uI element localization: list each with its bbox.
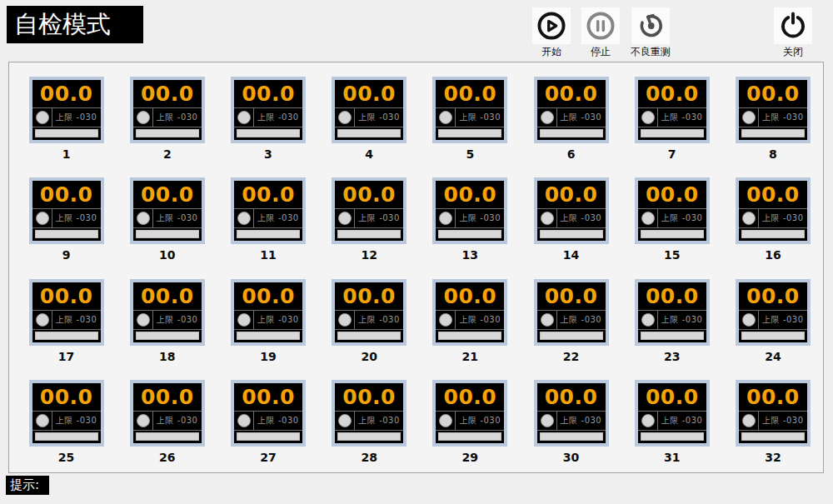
meter-progress-bar bbox=[136, 332, 199, 340]
meter-limit-label: 上限 -030 bbox=[557, 112, 606, 123]
status-led-icon bbox=[641, 414, 655, 427]
meter-limit-label: 上限 -030 bbox=[52, 212, 101, 224]
meter-progress-bar bbox=[741, 230, 805, 238]
stop-button[interactable]: 停止 bbox=[581, 7, 620, 57]
meter-progress-bar bbox=[136, 230, 199, 238]
meter-value: 00.0 bbox=[739, 282, 807, 311]
meter-number: 26 bbox=[159, 451, 175, 464]
meter-limit-label: 上限 -030 bbox=[456, 212, 504, 224]
status-led-icon bbox=[137, 313, 150, 327]
meter-widget: 00.0 上限 -030 bbox=[736, 380, 811, 447]
meter-limit-label: 上限 -030 bbox=[456, 415, 504, 427]
meter-limit-label: 上限 -030 bbox=[153, 314, 202, 326]
meter-cell: 00.0 上限 -030 3 bbox=[217, 77, 318, 177]
rotate-ccw-icon[interactable] bbox=[631, 7, 670, 44]
pause-circle-icon[interactable] bbox=[581, 7, 620, 44]
meter-value: 00.0 bbox=[32, 383, 101, 412]
meter-limit-label: 上限 -030 bbox=[254, 212, 302, 224]
start-button[interactable]: 开始 bbox=[532, 7, 571, 57]
meter-value: 00.0 bbox=[335, 282, 403, 311]
meter-progress-bar bbox=[540, 332, 603, 340]
meter-cell: 00.0 上限 -030 13 bbox=[420, 177, 521, 278]
meter-cell: 00.0 上限 -030 11 bbox=[217, 177, 318, 278]
meter-number: 25 bbox=[58, 451, 74, 464]
meter-widget: 00.0 上限 -030 bbox=[29, 77, 104, 143]
retest-defective-button-label: 不良重测 bbox=[631, 47, 671, 57]
meter-widget: 00.0 上限 -030 bbox=[130, 177, 205, 244]
meter-progress-bar bbox=[540, 129, 603, 137]
meter-value: 00.0 bbox=[537, 181, 606, 209]
meter-number: 3 bbox=[264, 147, 272, 161]
meter-progress-bar bbox=[35, 432, 98, 441]
meter-number: 23 bbox=[664, 350, 680, 363]
meter-cell: 00.0 上限 -030 7 bbox=[621, 77, 722, 177]
meter-value: 00.0 bbox=[537, 80, 606, 108]
meter-number: 8 bbox=[769, 147, 777, 161]
meter-progress-bar bbox=[237, 332, 300, 340]
meter-cell: 00.0 上限 -030 23 bbox=[621, 279, 722, 380]
meter-widget: 00.0 上限 -030 bbox=[231, 380, 306, 447]
meter-progress-bar bbox=[438, 230, 501, 238]
meter-number: 15 bbox=[664, 248, 680, 262]
meter-value: 00.0 bbox=[739, 80, 807, 108]
meter-cell: 00.0 上限 -030 15 bbox=[621, 177, 722, 278]
meter-cell: 00.0 上限 -030 14 bbox=[521, 177, 621, 278]
play-circle-icon[interactable] bbox=[532, 7, 571, 44]
meter-cell: 00.0 上限 -030 12 bbox=[319, 177, 420, 278]
meter-widget: 00.0 上限 -030 bbox=[231, 279, 306, 346]
meter-number: 16 bbox=[765, 248, 781, 262]
meter-limit-label: 上限 -030 bbox=[759, 415, 807, 427]
status-led-icon bbox=[338, 414, 352, 427]
meter-progress-bar bbox=[540, 432, 603, 441]
meter-progress-bar bbox=[237, 129, 300, 137]
meter-cell: 00.0 上限 -030 24 bbox=[722, 279, 823, 380]
meter-value: 00.0 bbox=[638, 282, 706, 311]
meter-limit-label: 上限 -030 bbox=[557, 314, 606, 326]
meter-progress-bar bbox=[641, 230, 704, 238]
meter-cell: 00.0 上限 -030 21 bbox=[420, 279, 521, 380]
meter-limit-label: 上限 -030 bbox=[153, 212, 202, 224]
status-led-icon bbox=[36, 414, 49, 427]
status-led-icon bbox=[641, 111, 655, 124]
meter-widget: 00.0 上限 -030 bbox=[332, 177, 407, 244]
meter-limit-label: 上限 -030 bbox=[759, 314, 807, 326]
status-led-icon bbox=[237, 212, 251, 225]
meter-value: 00.0 bbox=[335, 181, 403, 209]
status-led-icon bbox=[439, 111, 452, 124]
meter-cell: 00.0 上限 -030 32 bbox=[722, 380, 823, 473]
meter-cell: 00.0 上限 -030 27 bbox=[217, 380, 318, 473]
hint-label: 提示: bbox=[6, 476, 49, 495]
meter-cell: 00.0 上限 -030 20 bbox=[319, 279, 420, 380]
retest-defective-button[interactable]: 不良重测 bbox=[631, 7, 671, 57]
close-button[interactable]: 关闭 bbox=[774, 7, 812, 57]
meter-value: 00.0 bbox=[436, 80, 504, 108]
meter-limit-label: 上限 -030 bbox=[355, 112, 403, 123]
meter-value: 00.0 bbox=[234, 383, 302, 412]
meter-widget: 00.0 上限 -030 bbox=[432, 380, 507, 447]
meter-cell: 00.0 上限 -030 25 bbox=[16, 380, 117, 473]
meter-widget: 00.0 上限 -030 bbox=[29, 380, 104, 447]
meter-limit-label: 上限 -030 bbox=[52, 112, 101, 123]
meter-value: 00.0 bbox=[739, 383, 807, 412]
status-led-icon bbox=[439, 414, 452, 427]
meter-number: 27 bbox=[260, 451, 276, 464]
power-icon[interactable] bbox=[774, 7, 812, 44]
meter-widget: 00.0 上限 -030 bbox=[432, 279, 507, 346]
meter-cell: 00.0 上限 -030 18 bbox=[117, 279, 217, 380]
meter-widget: 00.0 上限 -030 bbox=[231, 77, 306, 143]
meter-limit-label: 上限 -030 bbox=[456, 314, 504, 326]
meter-limit-label: 上限 -030 bbox=[254, 112, 302, 123]
meter-limit-label: 上限 -030 bbox=[254, 314, 302, 326]
meter-number: 10 bbox=[159, 248, 175, 262]
meter-limit-label: 上限 -030 bbox=[759, 212, 807, 224]
meter-cell: 00.0 上限 -030 10 bbox=[117, 177, 217, 278]
meter-limit-label: 上限 -030 bbox=[658, 314, 706, 326]
meter-cell: 00.0 上限 -030 30 bbox=[521, 380, 621, 473]
status-led-icon bbox=[36, 212, 49, 225]
close-button-label: 关闭 bbox=[783, 47, 803, 57]
meter-limit-label: 上限 -030 bbox=[557, 212, 606, 224]
meter-number: 29 bbox=[462, 451, 478, 464]
meter-widget: 00.0 上限 -030 bbox=[534, 380, 609, 447]
meter-number: 5 bbox=[466, 147, 474, 161]
meter-value: 00.0 bbox=[436, 282, 504, 311]
